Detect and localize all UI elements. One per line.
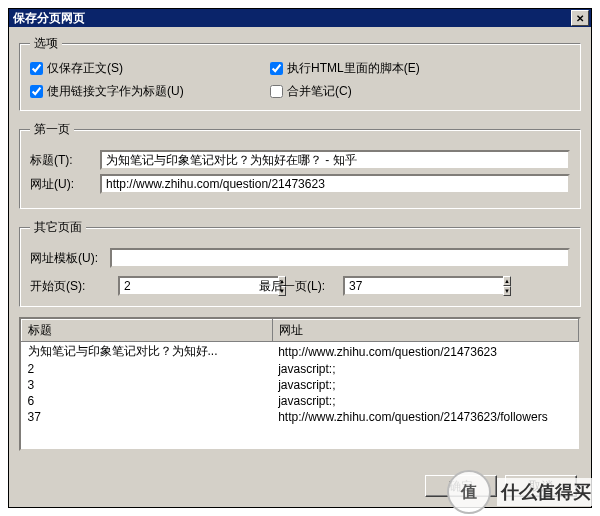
table-row[interactable]: 37http://www.zhihu.com/question/21473623…: [22, 409, 579, 425]
checkbox-run-scripts-input[interactable]: [270, 62, 283, 75]
checkbox-merge-notes-input[interactable]: [270, 85, 283, 98]
cancel-button[interactable]: 取消: [505, 475, 577, 497]
title-input[interactable]: [100, 150, 570, 170]
other-pages-group: 其它页面 网址模板(U): 开始页(S): ▲ ▼ 最后一页(L: [19, 219, 581, 307]
list-header-row: 标题 网址: [22, 320, 579, 342]
start-page-input[interactable]: [118, 276, 278, 296]
url-input[interactable]: [100, 174, 570, 194]
col-header-url[interactable]: 网址: [272, 320, 578, 342]
dialog-window: 保存分页网页 ✕ 选项 仅保存正文(S) 执行HTML里面的脚本(E): [8, 8, 592, 508]
dialog-title: 保存分页网页: [13, 10, 571, 27]
options-legend: 选项: [30, 35, 62, 52]
ok-button[interactable]: 确定: [425, 475, 497, 497]
checkbox-save-body-only[interactable]: 仅保存正文(S): [30, 60, 230, 77]
first-page-group: 第一页 标题(T): 网址(U):: [19, 121, 581, 209]
table-row[interactable]: 3javascript:;: [22, 377, 579, 393]
end-page-down[interactable]: ▼: [503, 286, 511, 296]
checkbox-run-scripts[interactable]: 执行HTML里面的脚本(E): [270, 60, 530, 77]
close-icon: ✕: [576, 13, 584, 24]
checkbox-merge-notes[interactable]: 合并笔记(C): [270, 83, 530, 100]
checkbox-link-text-as-title[interactable]: 使用链接文字作为标题(U): [30, 83, 230, 100]
table-row[interactable]: 为知笔记与印象笔记对比？为知好...http://www.zhihu.com/q…: [22, 342, 579, 362]
end-page-up[interactable]: ▲: [503, 276, 511, 286]
titlebar: 保存分页网页 ✕: [9, 9, 591, 27]
close-button[interactable]: ✕: [571, 10, 589, 26]
checkbox-link-text-as-title-input[interactable]: [30, 85, 43, 98]
table-row[interactable]: 2javascript:;: [22, 361, 579, 377]
page-list[interactable]: 标题 网址 为知笔记与印象笔记对比？为知好...http://www.zhihu…: [19, 317, 581, 451]
first-page-legend: 第一页: [30, 121, 74, 138]
end-page-input[interactable]: [343, 276, 503, 296]
url-label: 网址(U):: [30, 176, 100, 193]
title-label: 标题(T):: [30, 152, 100, 169]
checkbox-save-body-only-input[interactable]: [30, 62, 43, 75]
end-page-label: 最后一页(L):: [259, 278, 325, 295]
template-input[interactable]: [110, 248, 570, 268]
end-page-spinner[interactable]: ▲ ▼: [343, 276, 418, 296]
options-group: 选项 仅保存正文(S) 执行HTML里面的脚本(E) 使用链接文字作为标题(U): [19, 35, 581, 111]
other-pages-legend: 其它页面: [30, 219, 86, 236]
table-row[interactable]: 6javascript:;: [22, 393, 579, 409]
template-label: 网址模板(U):: [30, 250, 110, 267]
start-page-spinner[interactable]: ▲ ▼: [118, 276, 193, 296]
start-page-label: 开始页(S):: [30, 278, 100, 295]
col-header-title[interactable]: 标题: [22, 320, 273, 342]
